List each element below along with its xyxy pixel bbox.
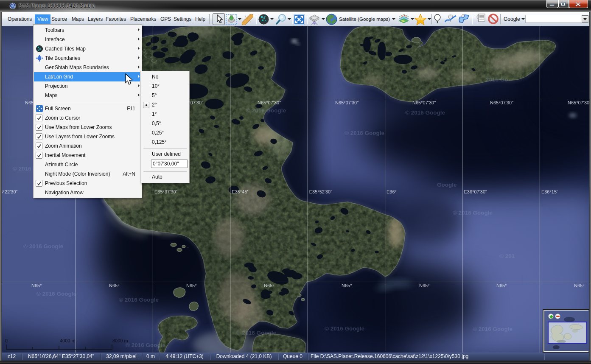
svg-text:© 2016 Google: © 2016 Google xyxy=(325,325,364,332)
svg-text:2016 Go: 2016 Go xyxy=(486,76,508,83)
svg-text:E35°45': E35°45' xyxy=(232,189,248,194)
svg-text:N65°07'30": N65°07'30" xyxy=(490,100,513,105)
svg-text:N65°: N65° xyxy=(31,283,42,288)
svg-text:N65°07'30": N65°07'30" xyxy=(412,100,436,105)
svg-text:E36°: E36° xyxy=(387,189,397,194)
svg-text:N65°07'30": N65°07'30" xyxy=(258,100,281,105)
svg-text:© 2016 Google: © 2016 Google xyxy=(473,326,513,332)
svg-text:N65°: N65° xyxy=(574,283,585,288)
svg-text:© 2016 Google: © 2016 Google xyxy=(126,342,165,348)
svg-text:E35°52'30": E35°52'30" xyxy=(309,189,333,194)
svg-text:E35°37'30": E35°37'30" xyxy=(154,189,178,194)
svg-text:8000 m: 8000 m xyxy=(112,338,128,343)
svg-text:N65°07'30": N65°07'30" xyxy=(335,100,359,105)
svg-text:0: 0 xyxy=(5,338,8,343)
svg-text:N65°07'30": N65°07'30" xyxy=(568,100,591,105)
svg-text:© 2016 Google: © 2016 Google xyxy=(405,109,445,116)
svg-text:N65°: N65° xyxy=(496,283,507,288)
svg-text:N65°: N65° xyxy=(342,283,352,288)
svg-text:·: · xyxy=(187,244,189,251)
svg-text:© 201: © 201 xyxy=(499,253,515,259)
svg-text:N65°: N65° xyxy=(186,283,197,288)
svg-text:© 2016 Google: © 2016 Google xyxy=(236,330,276,336)
svg-text:N65°: N65° xyxy=(109,283,120,288)
svg-text:© 2016 Google: © 2016 Google xyxy=(246,107,286,114)
svg-text:© 2016 Google: © 2016 Google xyxy=(453,210,493,216)
svg-text:© 2016 Google: © 2016 Google xyxy=(119,297,159,303)
svg-text:© 2016 Google: © 2016 Google xyxy=(36,291,76,297)
svg-text:© 2016 Google: © 2016 Google xyxy=(23,243,63,249)
svg-text:4000 m: 4000 m xyxy=(60,338,76,343)
svg-text:E36°15': E36°15' xyxy=(541,189,557,194)
svg-text:N65°: N65° xyxy=(419,283,430,288)
svg-text:Google: Google xyxy=(437,182,457,188)
svg-text:© 2016 Google: © 2016 Google xyxy=(345,130,384,136)
svg-text:E35°22'30": E35°22'30" xyxy=(0,189,18,194)
svg-text:E36°07'30": E36°07'30" xyxy=(464,189,487,194)
svg-text:N65°: N65° xyxy=(264,283,274,288)
